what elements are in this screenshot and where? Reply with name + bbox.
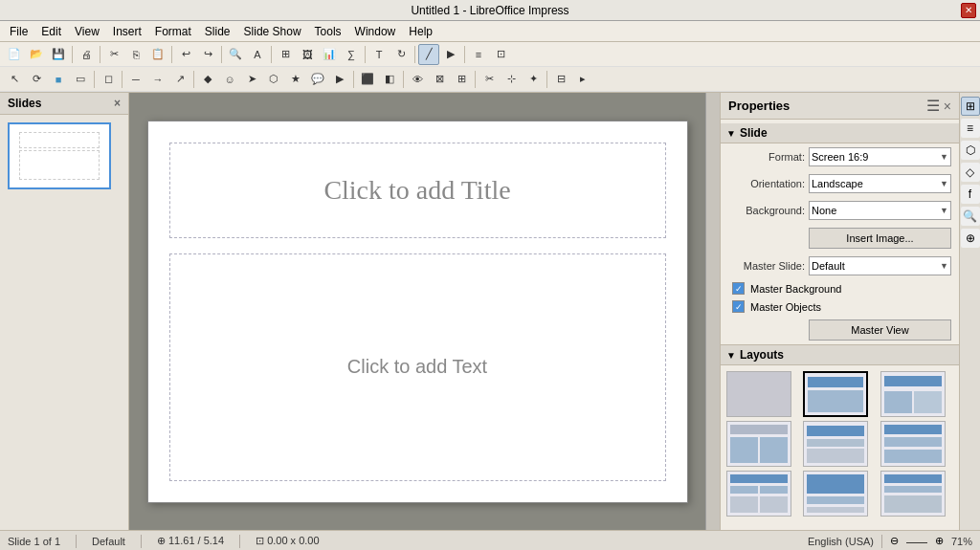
statusbar-zoom-in[interactable]: ⊕ [935, 535, 944, 547]
statusbar-zoom-out[interactable]: ⊖ [890, 535, 899, 547]
line-color-button[interactable]: ▭ [70, 69, 91, 90]
zoom-button[interactable]: 🔍 [225, 44, 246, 65]
textbox-button[interactable]: T [368, 44, 390, 65]
fill-color-button[interactable]: ■ [48, 69, 69, 90]
menu-window[interactable]: Window [349, 23, 402, 40]
paste-button[interactable]: 📋 [147, 44, 168, 65]
shapes-star-button[interactable]: ★ [285, 69, 306, 90]
shadow-button[interactable]: ◻ [98, 69, 119, 90]
insert-image-row: Insert Image... [721, 224, 959, 253]
navigator-panel-icon[interactable]: ◇ [961, 163, 980, 182]
master-view-button[interactable]: Master View [809, 319, 951, 341]
close-button[interactable]: ✕ [961, 3, 976, 18]
chart-button[interactable]: 📊 [319, 44, 340, 65]
menu-tools[interactable]: Tools [309, 23, 347, 40]
canvas-scrollbar[interactable] [705, 93, 720, 530]
shapes-basic-button[interactable]: ◆ [197, 69, 218, 90]
layout-item-large-title[interactable] [803, 471, 868, 517]
layout-item-two-content[interactable] [726, 421, 791, 467]
formula-button[interactable]: ∑ [341, 44, 362, 65]
rotation-button[interactable]: ⟳ [26, 69, 47, 90]
table-button[interactable]: ⊞ [275, 44, 296, 65]
properties-panel-icon[interactable]: ⊞ [961, 97, 980, 116]
shapes-arrow-button[interactable]: ➤ [241, 69, 262, 90]
menu-format[interactable]: Format [149, 23, 197, 40]
layouts-section-header[interactable]: ▼ Layouts [721, 345, 959, 365]
properties-close[interactable]: × [944, 99, 951, 114]
master-slide-select[interactable]: Default ▼ [809, 256, 951, 275]
master-objects-checkbox[interactable]: ✓ [732, 300, 745, 313]
display-view-button[interactable]: 👁 [407, 69, 428, 90]
slide-title-placeholder: Click to add Title [323, 175, 510, 206]
slides-panel-close[interactable]: × [114, 97, 121, 110]
open-button[interactable]: 📂 [26, 44, 47, 65]
format-select[interactable]: Screen 16:9 ▼ [809, 147, 951, 166]
layout-item-title-only[interactable] [880, 371, 946, 417]
transform-button[interactable]: ⊹ [501, 69, 522, 90]
shapes-symbol-button[interactable]: ☺ [219, 69, 240, 90]
line-button[interactable]: ╱ [418, 44, 439, 65]
gallery-panel-icon[interactable]: ⬡ [961, 141, 980, 160]
layout-item-four[interactable] [726, 471, 791, 517]
styles-panel-icon[interactable]: ≡ [961, 119, 980, 138]
line-style-button[interactable]: ─ [125, 69, 146, 90]
more2-button[interactable]: ⊡ [490, 44, 511, 65]
more-drawing-button[interactable]: ▶ [440, 44, 461, 65]
slide-thumbnail-1[interactable] [8, 122, 111, 189]
menu-file[interactable]: File [4, 23, 33, 40]
shapes-flow-button[interactable]: ⬡ [263, 69, 284, 90]
undo-button[interactable]: ↩ [175, 44, 196, 65]
shapes-3d-button[interactable]: ▶ [329, 69, 350, 90]
spellcheck-button[interactable]: A [247, 44, 268, 65]
master-background-checkbox[interactable]: ✓ [732, 282, 745, 295]
layout-item-center-only[interactable] [880, 471, 946, 517]
slide-section-header[interactable]: ▼ Slide [721, 123, 959, 143]
line-end-button[interactable]: → [147, 69, 168, 90]
align2-button[interactable]: ◧ [379, 69, 400, 90]
pointer-button[interactable]: ↖ [4, 69, 25, 90]
image-button[interactable]: 🖼 [297, 44, 318, 65]
display3-button[interactable]: ⊞ [451, 69, 472, 90]
arrange-button[interactable]: ≡ [468, 44, 489, 65]
more-panel-icon[interactable]: ⊕ [961, 229, 980, 248]
menu-slide[interactable]: Slide [199, 23, 236, 40]
shapes-callout-button[interactable]: 💬 [307, 69, 328, 90]
menu-view[interactable]: View [69, 23, 105, 40]
orientation-select[interactable]: Landscape ▼ [809, 174, 951, 193]
statusbar-zoom-slider[interactable]: —— [906, 536, 927, 547]
menu-slideshow[interactable]: Slide Show [238, 23, 307, 40]
more3-button[interactable]: ▸ [572, 69, 593, 90]
layout-item-blank[interactable] [726, 371, 791, 417]
properties-body: ▼ Slide Format: Screen 16:9 ▼ Orientatio… [721, 120, 959, 530]
copy-button[interactable]: ⎘ [125, 44, 146, 65]
crop-button[interactable]: ✂ [479, 69, 500, 90]
find-panel-icon[interactable]: 🔍 [961, 207, 980, 226]
layout-item-title-content[interactable] [803, 371, 868, 417]
ungroup-button[interactable]: ⊟ [550, 69, 571, 90]
display2-button[interactable]: ⊠ [429, 69, 450, 90]
properties-menu-icon[interactable]: ☰ [926, 97, 940, 115]
redo-button[interactable]: ↪ [197, 44, 218, 65]
cut-button[interactable]: ✂ [103, 44, 124, 65]
align-button[interactable]: ⬛ [357, 69, 378, 90]
layouts-section: ▼ Layouts [721, 344, 959, 522]
slide-canvas[interactable]: Click to add Title Click to add Text [147, 121, 688, 503]
function-panel-icon[interactable]: f [961, 185, 980, 204]
menu-insert[interactable]: Insert [107, 23, 147, 40]
background-select[interactable]: None ▼ [809, 201, 951, 220]
connector-button[interactable]: ↗ [169, 69, 190, 90]
print-button[interactable]: 🖨 [76, 44, 97, 65]
rotate-button[interactable]: ↻ [390, 44, 412, 65]
insert-image-button[interactable]: Insert Image... [809, 228, 951, 249]
layout-item-horizontal-split[interactable] [880, 421, 946, 467]
effects-button[interactable]: ✦ [523, 69, 544, 90]
menu-help[interactable]: Help [403, 23, 438, 40]
layout-item-centered[interactable] [803, 421, 868, 467]
menu-edit[interactable]: Edit [35, 23, 67, 40]
slide-content-box[interactable]: Click to add Text [169, 253, 666, 481]
slide-content-placeholder: Click to add Text [347, 356, 487, 378]
save-button[interactable]: 💾 [48, 44, 69, 65]
statusbar-sep-3 [239, 535, 240, 548]
new-button[interactable]: 📄 [4, 44, 25, 65]
slide-title-box[interactable]: Click to add Title [169, 143, 666, 238]
